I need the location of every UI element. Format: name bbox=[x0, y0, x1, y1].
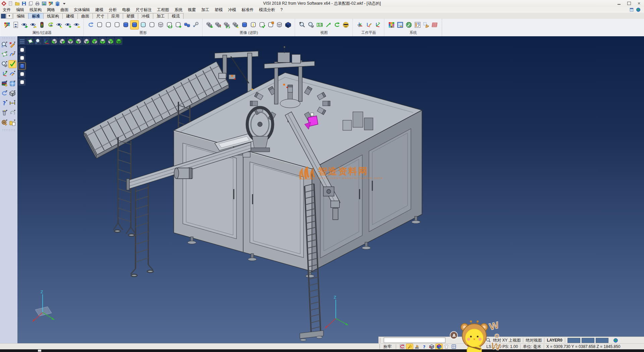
cyl-outline-icon[interactable] bbox=[96, 20, 104, 29]
cubes-refresh-icon[interactable] bbox=[223, 20, 231, 29]
folder-clip-icon[interactable] bbox=[9, 119, 16, 126]
tab-标准[interactable]: 标准 bbox=[28, 13, 44, 19]
menu-item[interactable]: ? bbox=[278, 7, 285, 13]
globe-tools-icon[interactable] bbox=[405, 20, 413, 29]
tab-塑膜[interactable]: 塑膜 bbox=[123, 13, 138, 19]
printer-icon[interactable] bbox=[35, 1, 40, 6]
vcube-4-icon[interactable] bbox=[74, 37, 82, 45]
menu-lines-icon[interactable] bbox=[18, 37, 26, 45]
tab-模流[interactable]: 模流 bbox=[168, 13, 183, 19]
question-icon[interactable]: ? bbox=[421, 344, 428, 349]
cyl-blue-sel-icon[interactable] bbox=[130, 20, 139, 29]
cyl-blue-icon[interactable] bbox=[122, 20, 130, 29]
menu-item[interactable]: 电极 bbox=[119, 7, 133, 13]
maximize-icon[interactable] bbox=[624, 0, 634, 7]
eye-hook-minus-icon[interactable] bbox=[29, 20, 37, 29]
undo-icon[interactable] bbox=[9, 109, 16, 117]
menu-item[interactable]: 塑模 bbox=[212, 7, 225, 13]
menu-item[interactable]: 实体编辑 bbox=[71, 7, 93, 13]
tab-加工[interactable]: 加工 bbox=[153, 13, 168, 19]
cyl-outline-icon[interactable] bbox=[18, 71, 25, 78]
folder-icon[interactable] bbox=[14, 1, 20, 6]
taskbar-app-icon[interactable] bbox=[38, 350, 41, 352]
tab-应用[interactable]: 应用 bbox=[108, 13, 123, 19]
status-drag-handle2[interactable] bbox=[379, 344, 381, 349]
panel-wrench-icon[interactable] bbox=[414, 20, 422, 29]
zoom-plus-icon[interactable] bbox=[298, 20, 306, 29]
eye-plusminus-icon[interactable] bbox=[55, 20, 63, 29]
one-to-one-icon[interactable]: 1:1 bbox=[316, 20, 324, 29]
status-drag-handle[interactable] bbox=[379, 338, 381, 343]
refresh-green-icon[interactable] bbox=[333, 20, 341, 29]
books-palette-icon[interactable] bbox=[1, 80, 8, 87]
measure-icon[interactable] bbox=[9, 99, 16, 107]
cyl-outline-icon[interactable] bbox=[104, 20, 112, 29]
eye-plus-icon[interactable] bbox=[64, 20, 72, 29]
trash-icon[interactable] bbox=[1, 109, 8, 117]
image-panel-icon[interactable] bbox=[396, 20, 404, 29]
axes-plane-icon[interactable] bbox=[356, 20, 364, 29]
color-swatch[interactable] bbox=[582, 338, 594, 343]
color-swatch[interactable] bbox=[596, 338, 608, 343]
cyl-outline-icon[interactable] bbox=[18, 54, 25, 61]
menu-item[interactable]: 编辑 bbox=[13, 7, 27, 13]
vcube-5-icon[interactable] bbox=[83, 37, 90, 45]
cube-navy-icon[interactable] bbox=[284, 20, 292, 29]
cubes-add-icon[interactable] bbox=[206, 20, 214, 29]
snap-lock-label[interactable]: 拴牢 bbox=[383, 344, 391, 350]
close-icon[interactable]: ✕ bbox=[634, 0, 644, 7]
view-mode-label[interactable]: 绝对 XY 上视图 bbox=[493, 338, 521, 343]
cyl-outline-icon[interactable] bbox=[113, 20, 121, 29]
axes-arrow-icon[interactable] bbox=[373, 20, 381, 29]
window-icon[interactable] bbox=[629, 7, 635, 12]
layers-icon[interactable] bbox=[55, 1, 60, 6]
axes-icon[interactable] bbox=[42, 37, 50, 45]
tab-曲面[interactable]: 曲面 bbox=[77, 13, 93, 19]
spline-pencil-icon[interactable] bbox=[9, 51, 16, 58]
visi-logo-icon[interactable] bbox=[1, 1, 7, 6]
menu-item[interactable]: 冲模 bbox=[225, 7, 239, 13]
cube-purple-sel-icon[interactable] bbox=[436, 344, 442, 349]
menu-item[interactable]: 文件 bbox=[0, 7, 13, 13]
cube-grey-icon[interactable] bbox=[9, 90, 16, 97]
cubes-traffic-icon[interactable] bbox=[214, 20, 222, 29]
cyl-outline-icon[interactable] bbox=[18, 46, 25, 53]
refresh-eye-icon[interactable] bbox=[47, 20, 55, 29]
menu-item[interactable]: 工程图 bbox=[154, 7, 172, 13]
question-icon[interactable]: ? bbox=[1, 99, 8, 107]
globe-icon[interactable] bbox=[613, 338, 618, 343]
menu-item[interactable]: 曲面 bbox=[58, 7, 71, 13]
refresh-blue-icon[interactable] bbox=[87, 20, 95, 29]
cyl-blue2-icon[interactable] bbox=[240, 20, 249, 29]
model-viewport[interactable]: Z Z 智造资料网 INTELLIGENT MANUFACTUR bbox=[17, 36, 644, 343]
vcube-7-icon[interactable] bbox=[99, 37, 106, 45]
tab-尺寸[interactable]: 尺寸 bbox=[93, 13, 108, 19]
axes-pencil-icon[interactable] bbox=[365, 20, 373, 29]
curve-pencil-icon[interactable] bbox=[9, 70, 16, 78]
zoom-cube-icon[interactable] bbox=[1, 60, 8, 68]
menu-item[interactable]: 系统 bbox=[172, 7, 185, 13]
arrow-green-icon[interactable] bbox=[324, 20, 332, 29]
vcube-6-icon[interactable] bbox=[91, 37, 98, 45]
zoom-cubes-icon[interactable] bbox=[307, 20, 315, 29]
menu-item[interactable]: 视窗 bbox=[185, 7, 199, 13]
menu-item[interactable]: 加工 bbox=[199, 7, 212, 13]
globe-icon[interactable] bbox=[636, 7, 641, 12]
menu-item[interactable]: 分析 bbox=[106, 7, 119, 13]
wheel-hand-icon[interactable] bbox=[1, 119, 8, 126]
search-input[interactable] bbox=[384, 338, 445, 343]
check-sel-icon[interactable] bbox=[9, 60, 16, 68]
refresh-blue-icon[interactable] bbox=[1, 90, 8, 97]
cyl-blue-sel-icon[interactable] bbox=[18, 62, 25, 70]
tab-dropdown-icon[interactable]: ▼ bbox=[6, 13, 12, 19]
vcube-2-icon[interactable] bbox=[58, 37, 66, 45]
menu-item[interactable]: 模流分析 bbox=[256, 7, 278, 13]
pencil-x-icon[interactable] bbox=[9, 41, 16, 48]
cyl-refresh-icon[interactable] bbox=[165, 20, 173, 29]
search-icon[interactable] bbox=[486, 338, 492, 343]
page-eyes-icon[interactable] bbox=[12, 20, 20, 29]
cyl-corner-icon[interactable] bbox=[267, 20, 275, 29]
dropdown-icon[interactable] bbox=[61, 1, 67, 6]
hand-grid-icon[interactable] bbox=[422, 20, 430, 29]
menu-item[interactable]: 标准件 bbox=[239, 7, 256, 13]
